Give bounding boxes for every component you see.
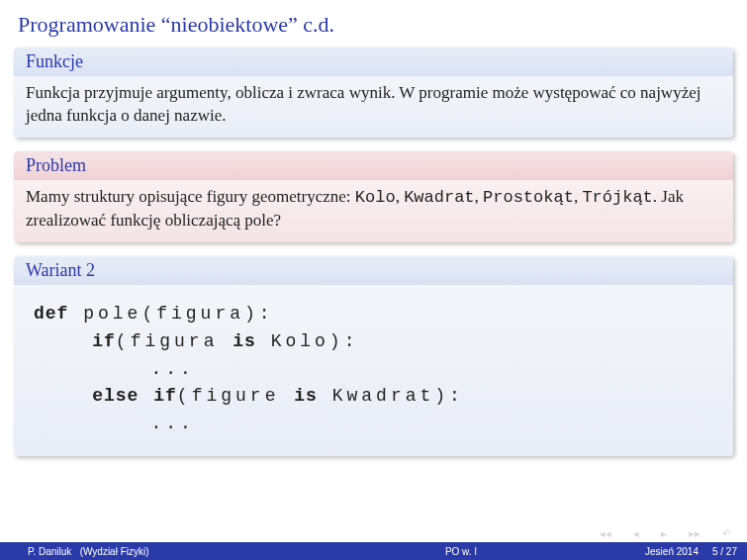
kw-else: else [92,386,139,406]
code-line3: ... [34,359,195,379]
problem-sep-2: , [475,187,484,206]
problem-sep-1: , [396,187,405,206]
slide-content: Programowanie “nieobiektowe” c.d. Funkcj… [0,0,747,456]
code-line2-a: (figura [116,331,233,351]
block-wariant: Wariant 2 def pole(figura): if(figura is… [14,256,733,456]
slide-title: Programowanie “nieobiektowe” c.d. [18,12,733,38]
footer-center: PO w. I [277,546,645,557]
kw-is-1: is [233,331,256,351]
kw-if-2: if [153,386,177,406]
problem-text-prefix: Mamy struktury opisujące figury geometry… [26,187,355,206]
code-line5: ... [34,414,195,433]
footer-right: Jesień 2014 5 / 27 [645,546,747,557]
problem-code-3: Prostokąt [483,188,574,207]
block-problem-header: Problem [14,151,733,180]
footer-page: 5 / 27 [712,546,737,557]
block-funkcje-header: Funkcje [14,47,733,76]
code-line4-b: Kwadrat): [318,386,464,406]
kw-def: def [34,304,68,324]
block-funkcje-body: Funkcja przyjmuje argumenty, oblicza i z… [14,76,733,138]
footer-term: Jesień 2014 [645,546,699,557]
code-line2-b: Kolo): [256,331,359,351]
footer-affiliation: (Wydział Fizyki) [80,546,149,557]
kw-is-2: is [294,386,318,406]
nav-next-icon[interactable]: ▸ [661,527,667,540]
footer-author: P. Daniluk (Wydział Fizyki) [0,546,277,557]
kw-if: if [92,331,116,351]
code-listing: def pole(figura): if(figura is Kolo): ..… [26,291,721,446]
block-problem-body: Mamy struktury opisujące figury geometry… [14,180,733,242]
nav-first-icon[interactable]: ◂◂ [600,527,611,540]
nav-prev-icon[interactable]: ◂ [633,527,639,540]
problem-code-2: Kwadrat [404,188,474,207]
code-sp4 [139,386,153,406]
nav-icons: ◂◂ ◂ ▸ ▸▸ ↶ [600,527,731,540]
block-funkcje: Funkcje Funkcja przyjmuje argumenty, obl… [14,47,733,138]
block-wariant-body: def pole(figura): if(figura is Kolo): ..… [14,285,733,456]
footer-author-name: P. Daniluk [28,546,71,557]
footer-bar: P. Daniluk (Wydział Fizyki) PO w. I Jesi… [0,542,747,560]
block-problem: Problem Mamy struktury opisujące figury … [14,151,733,242]
code-line4-a: (figure [177,386,294,406]
nav-last-icon[interactable]: ▸▸ [689,527,700,540]
problem-code-1: Kolo [355,188,396,207]
nav-back-icon[interactable]: ↶ [722,527,731,540]
block-wariant-header: Wariant 2 [14,256,733,285]
code-line1-rest: pole(figura): [68,304,273,324]
problem-code-4: Trójkąt [582,188,652,207]
